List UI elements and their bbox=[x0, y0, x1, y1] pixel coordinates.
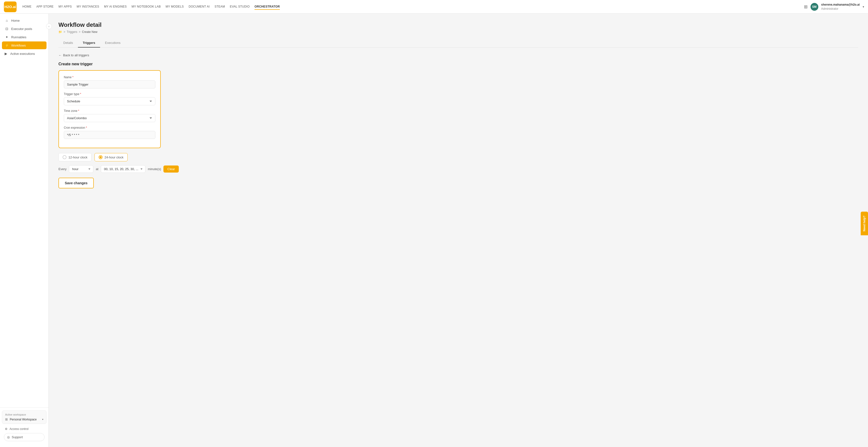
nav-orchestrator[interactable]: ORCHESTRATOR bbox=[254, 4, 280, 10]
chevron-down-icon[interactable]: ▾ bbox=[863, 5, 864, 8]
nav-mymodels[interactable]: MY MODELS bbox=[165, 4, 184, 10]
access-control-label: Access control bbox=[9, 427, 29, 431]
breadcrumb-sep1: > bbox=[64, 30, 65, 34]
workspace-icon: ⊞ bbox=[5, 418, 8, 421]
nav-right: ⊞ SM sherene.mahanama@h2o.ai Administrat… bbox=[804, 3, 864, 11]
sidebar-item-home[interactable]: ⌂ Home bbox=[2, 17, 46, 24]
required-marker3: * bbox=[78, 109, 80, 113]
24-hour-clock-option[interactable]: 24-hour clock bbox=[94, 153, 128, 161]
runnables-icon: ✦ bbox=[5, 35, 9, 39]
support-icon: ◎ bbox=[7, 435, 10, 439]
timezone-select-wrapper: Asia/Colombo UTC America/New_York bbox=[64, 114, 155, 122]
nav-aiengines[interactable]: MY AI ENGINES bbox=[104, 4, 127, 10]
workspace-selector[interactable]: ⊞ Personal Workspace ▾ bbox=[5, 418, 43, 421]
breadcrumb-folder-icon: 📁 bbox=[58, 30, 62, 34]
breadcrumb: 📁 > Triggers > Create New bbox=[58, 30, 858, 34]
interval-select[interactable]: hour minute day bbox=[69, 165, 93, 173]
tab-details[interactable]: Details bbox=[58, 38, 78, 48]
clear-button[interactable]: Clear bbox=[163, 166, 179, 173]
required-marker2: * bbox=[80, 92, 81, 96]
section-title: Create new trigger bbox=[58, 62, 858, 66]
access-control-icon: ⚙ bbox=[5, 427, 7, 431]
trigger-type-select[interactable]: Schedule Webhook Manual bbox=[64, 97, 155, 105]
tab-triggers[interactable]: Triggers bbox=[78, 38, 100, 48]
sidebar-item-workflows[interactable]: ⚡ Workflows bbox=[2, 41, 46, 49]
access-control-link[interactable]: ⚙ Access control bbox=[2, 426, 46, 432]
nav-myinstances[interactable]: MY INSTANCES bbox=[77, 4, 99, 10]
sidebar-item-active-executions[interactable]: ▶ Active executions bbox=[2, 50, 46, 58]
required-marker4: * bbox=[86, 126, 87, 129]
every-label: Every bbox=[58, 167, 66, 171]
trigger-type-label: Trigger type* bbox=[64, 92, 155, 96]
top-nav: H2O.ai HOME APP STORE MY APPS MY INSTANC… bbox=[0, 0, 868, 13]
12-hour-label: 12-hour clock bbox=[68, 155, 87, 159]
workspace-name: Personal Workspace bbox=[10, 418, 37, 421]
timezone-group: Time zone* Asia/Colombo UTC America/New_… bbox=[64, 109, 155, 122]
minutes-select[interactable]: 00, 10, 15, 20, 25, 30, ... 00 15 30 45 bbox=[101, 165, 146, 173]
tabs: Details Triggers Executions bbox=[58, 38, 858, 48]
executor-icon: ⊡ bbox=[5, 27, 9, 31]
required-marker: * bbox=[72, 76, 73, 79]
12-hour-clock-option[interactable]: 12-hour clock bbox=[58, 153, 92, 161]
workspace-chevron-icon: ▾ bbox=[42, 418, 43, 421]
chevron-right-icon: ▶ bbox=[4, 52, 8, 56]
24-hour-label: 24-hour clock bbox=[104, 155, 123, 159]
sidebar-toggle-button[interactable]: ‹ bbox=[46, 23, 52, 29]
support-button[interactable]: ◎ Support bbox=[4, 433, 44, 441]
schedule-row: Every hour minute day at 00, 10, 15, 20,… bbox=[58, 165, 858, 173]
workspace-label: Active workspace bbox=[5, 413, 43, 416]
timezone-label: Time zone* bbox=[64, 109, 155, 113]
need-help-button[interactable]: Need help? bbox=[861, 212, 868, 235]
support-label: Support bbox=[12, 435, 23, 439]
12-hour-radio-dot bbox=[63, 155, 66, 159]
back-arrow-icon: ← bbox=[58, 53, 62, 57]
name-label: Name* bbox=[64, 76, 155, 79]
logo-icon[interactable]: H2O.ai bbox=[4, 1, 17, 12]
cron-input[interactable] bbox=[64, 131, 155, 139]
cron-group: Cron expression* bbox=[64, 126, 155, 139]
trigger-type-select-wrapper: Schedule Webhook Manual bbox=[64, 97, 155, 105]
sidebar-item-executor-pools[interactable]: ⊡ Executor pools bbox=[2, 25, 46, 33]
sidebar-item-label: Runnables bbox=[11, 35, 26, 39]
sidebar-item-label: Workflows bbox=[11, 43, 26, 47]
minutes-unit-label: minute(s) bbox=[148, 167, 161, 171]
user-info: sherene.mahanama@h2o.ai Administrator bbox=[821, 3, 860, 11]
layout: ‹ ⌂ Home ⊡ Executor pools ✦ Runnables ⚡ … bbox=[0, 13, 868, 447]
nav-myapps[interactable]: MY APPS bbox=[58, 4, 72, 10]
sidebar-nav: ⌂ Home ⊡ Executor pools ✦ Runnables ⚡ Wo… bbox=[0, 17, 49, 407]
tab-executions[interactable]: Executions bbox=[100, 38, 125, 48]
save-changes-button[interactable]: Save changes bbox=[58, 178, 94, 188]
breadcrumb-sep2: > bbox=[79, 30, 81, 34]
sidebar-item-label: Active executions bbox=[10, 52, 35, 56]
sidebar-item-runnables[interactable]: ✦ Runnables bbox=[2, 33, 46, 41]
name-input[interactable] bbox=[64, 81, 155, 88]
nav-items: HOME APP STORE MY APPS MY INSTANCES MY A… bbox=[22, 4, 804, 10]
sidebar-item-label: Home bbox=[11, 19, 20, 23]
breadcrumb-triggers[interactable]: Triggers bbox=[67, 30, 78, 34]
user-name: sherene.mahanama@h2o.ai bbox=[821, 3, 860, 7]
sidebar: ‹ ⌂ Home ⊡ Executor pools ✦ Runnables ⚡ … bbox=[0, 13, 49, 447]
nav-steam[interactable]: STEAM bbox=[215, 4, 225, 10]
trigger-form-card: Name* Trigger type* Schedule Webhook Man… bbox=[58, 70, 161, 148]
timezone-select[interactable]: Asia/Colombo UTC America/New_York bbox=[64, 114, 155, 122]
avatar[interactable]: SM bbox=[810, 3, 818, 11]
trigger-type-group: Trigger type* Schedule Webhook Manual bbox=[64, 92, 155, 105]
nav-documentai[interactable]: DOCUMENT AI bbox=[188, 4, 210, 10]
workflows-icon: ⚡ bbox=[5, 43, 9, 47]
back-link-label: Back to all triggers bbox=[63, 53, 89, 57]
nav-evalstudio[interactable]: EVAL STUDIO bbox=[230, 4, 250, 10]
cron-label: Cron expression* bbox=[64, 126, 155, 129]
grid-icon[interactable]: ⊞ bbox=[804, 4, 808, 9]
name-field-group: Name* bbox=[64, 76, 155, 88]
nav-notebooklab[interactable]: MY NOTEBOOK LAB bbox=[131, 4, 161, 10]
nav-appstore[interactable]: APP STORE bbox=[36, 4, 54, 10]
back-to-triggers-link[interactable]: ← Back to all triggers bbox=[58, 53, 858, 57]
main-content: Workflow detail 📁 > Triggers > Create Ne… bbox=[49, 13, 868, 447]
at-label: at bbox=[96, 167, 98, 171]
clock-type-group: 12-hour clock 24-hour clock bbox=[58, 153, 858, 161]
nav-home[interactable]: HOME bbox=[22, 4, 31, 10]
sidebar-item-label: Executor pools bbox=[11, 27, 32, 31]
page-title: Workflow detail bbox=[58, 22, 858, 28]
24-hour-radio-dot bbox=[99, 155, 102, 159]
user-role: Administrator bbox=[821, 7, 860, 11]
